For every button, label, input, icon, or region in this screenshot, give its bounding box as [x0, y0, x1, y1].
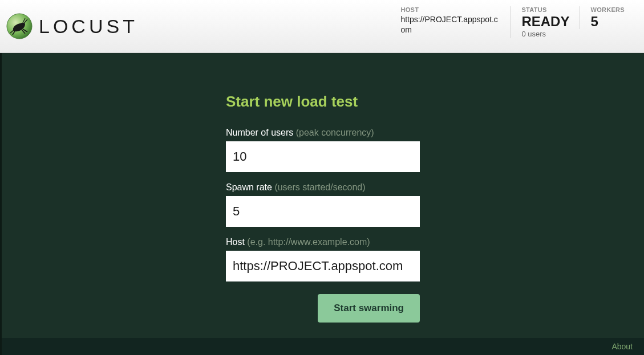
- stat-status-label: STATUS: [521, 6, 569, 13]
- about-link[interactable]: About: [611, 342, 633, 351]
- footer: About: [2, 338, 644, 355]
- locust-icon: [6, 13, 33, 40]
- field-host: Host (e.g. http://www.example.com): [226, 237, 420, 281]
- header-stats: HOST https://PROJECT.appspot.com STATUS …: [390, 6, 635, 46]
- users-input[interactable]: [226, 141, 420, 172]
- stat-workers-value: 5: [590, 14, 625, 29]
- field-users: Number of users (peak concurrency): [226, 128, 420, 172]
- header: LOCUST HOST https://PROJECT.appspot.com …: [0, 0, 644, 53]
- form-title: Start new load test: [226, 93, 420, 111]
- stat-status: STATUS READY 0 users: [511, 6, 580, 38]
- new-load-test-form: Start new load test Number of users (pea…: [226, 93, 420, 338]
- main: Start new load test Number of users (pea…: [2, 53, 644, 338]
- host-input[interactable]: [226, 251, 420, 281]
- stat-workers-label: WORKERS: [590, 6, 625, 13]
- users-label: Number of users (peak concurrency): [226, 128, 420, 138]
- stat-host: HOST https://PROJECT.appspot.com: [390, 6, 511, 35]
- stat-host-label: HOST: [400, 6, 500, 13]
- logo-text: LOCUST: [39, 15, 138, 38]
- start-swarming-button[interactable]: Start swarming: [318, 294, 420, 323]
- logo: LOCUST: [6, 13, 138, 40]
- stat-host-value: https://PROJECT.appspot.com: [400, 14, 500, 35]
- field-spawn-rate: Spawn rate (users started/second): [226, 182, 420, 227]
- host-label: Host (e.g. http://www.example.com): [226, 237, 420, 247]
- stat-status-value: READY: [521, 14, 569, 29]
- stat-status-sub: 0 users: [521, 30, 569, 38]
- spawn-rate-input[interactable]: [226, 196, 420, 227]
- stat-workers: WORKERS 5: [580, 6, 635, 29]
- spawn-rate-label: Spawn rate (users started/second): [226, 182, 420, 193]
